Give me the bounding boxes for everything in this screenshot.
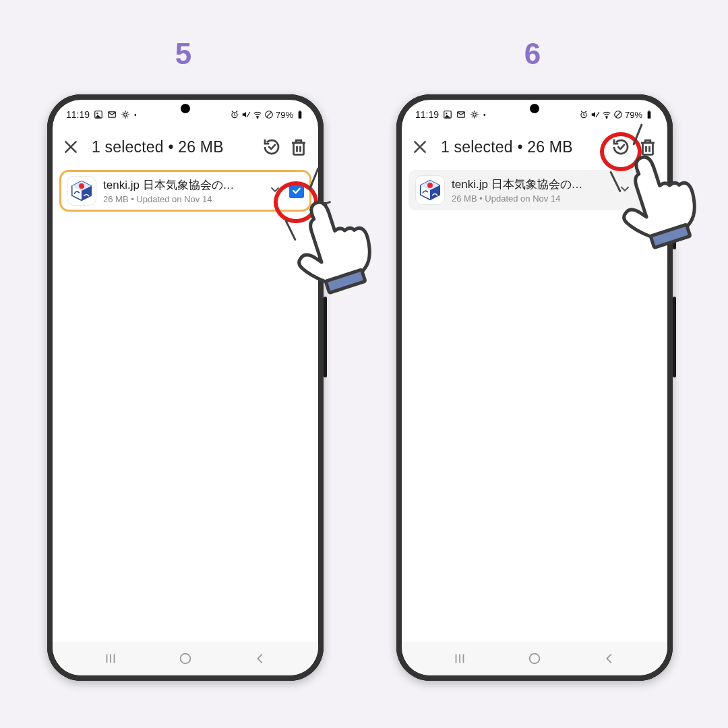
selection-title: 1 selected • 26 MB [441, 138, 573, 156]
settings-dot-icon [470, 110, 479, 119]
image-icon [94, 110, 103, 119]
battery-icon [644, 110, 654, 119]
expand-chevron-icon[interactable] [617, 181, 632, 199]
status-time: 11:19 [66, 109, 90, 120]
mute-icon [241, 110, 251, 119]
battery-text: 79% [625, 110, 642, 120]
svg-point-20 [181, 654, 191, 664]
no-sim-icon [613, 110, 623, 119]
alarm-icon [579, 110, 588, 119]
front-camera-hole [530, 104, 539, 113]
app-row[interactable]: tenki.jp 日本気象協会の… 26 MB • Updated on Nov… [59, 170, 311, 212]
svg-line-5 [247, 112, 250, 117]
home-button[interactable] [178, 651, 193, 666]
svg-rect-32 [648, 111, 650, 111]
svg-point-3 [124, 113, 127, 117]
delete-button[interactable] [638, 137, 658, 157]
svg-line-30 [615, 112, 621, 117]
recents-button[interactable] [452, 651, 467, 666]
wifi-icon [253, 110, 262, 119]
phone-screen: 11:19 • [402, 100, 667, 675]
wifi-icon [602, 110, 611, 119]
close-selection-button[interactable] [62, 138, 80, 156]
svg-rect-9 [299, 111, 302, 119]
delete-button[interactable] [289, 137, 309, 157]
selection-action-bar: 1 selected • 26 MB [53, 127, 318, 167]
system-nav-bar [53, 642, 318, 675]
app-subtitle-label: 26 MB • Updated on Nov 14 [452, 193, 611, 204]
step-number-6: 6 [519, 37, 546, 71]
svg-point-28 [606, 117, 607, 119]
update-all-button[interactable] [611, 137, 631, 157]
svg-rect-21 [326, 270, 365, 293]
svg-line-27 [596, 112, 599, 117]
app-list: tenki.jp 日本気象協会の… 26 MB • Updated on Nov… [402, 167, 667, 213]
update-all-button[interactable] [262, 137, 282, 157]
system-nav-bar [402, 642, 667, 675]
app-list: tenki.jp 日本気象協会の… 26 MB • Updated on Nov… [53, 167, 318, 214]
alarm-icon [230, 110, 239, 119]
app-subtitle-label: 26 MB • Updated on Nov 14 [103, 194, 261, 204]
svg-point-6 [257, 117, 258, 119]
battery-icon [295, 110, 305, 119]
step-number-5: 5 [170, 37, 197, 71]
battery-text: 79% [276, 110, 293, 120]
svg-point-25 [473, 113, 477, 117]
selection-title: 1 selected • 26 MB [92, 138, 224, 156]
front-camera-hole [181, 104, 190, 113]
more-dot-icon: • [483, 111, 486, 119]
status-time: 11:19 [415, 109, 439, 120]
svg-point-42 [530, 654, 540, 664]
back-button[interactable] [602, 651, 617, 666]
svg-point-23 [446, 113, 447, 114]
settings-dot-icon [121, 110, 130, 119]
svg-point-1 [96, 113, 98, 114]
app-row[interactable]: tenki.jp 日本気象協会の… 26 MB • Updated on Nov… [408, 170, 661, 210]
svg-rect-13 [294, 143, 304, 155]
phone-mock-step-6: 11:19 • [396, 94, 673, 681]
svg-point-38 [427, 183, 433, 188]
mute-icon [590, 110, 600, 119]
no-sim-icon [264, 110, 274, 119]
app-icon-tenki [67, 176, 96, 206]
phone-mock-step-5: 11:19 • [47, 94, 324, 681]
svg-point-16 [79, 183, 84, 189]
gmail-icon [107, 110, 117, 119]
app-icon-tenki [415, 175, 445, 205]
image-icon [443, 110, 452, 119]
svg-rect-31 [648, 111, 651, 119]
phone-screen: 11:19 • [53, 100, 318, 675]
app-title-label: tenki.jp 日本気象協会の… [103, 177, 261, 193]
select-app-checkbox[interactable] [639, 183, 654, 198]
back-button[interactable] [253, 651, 268, 666]
expand-chevron-icon[interactable] [268, 182, 282, 200]
gmail-icon [456, 110, 466, 119]
svg-rect-35 [643, 143, 653, 155]
home-button[interactable] [527, 651, 542, 666]
close-selection-button[interactable] [411, 138, 429, 156]
select-app-checkbox[interactable] [289, 183, 304, 198]
app-title-label: tenki.jp 日本気象協会の… [452, 177, 611, 192]
selection-action-bar: 1 selected • 26 MB [402, 127, 667, 167]
recents-button[interactable] [103, 651, 118, 666]
svg-line-8 [266, 112, 272, 117]
svg-rect-10 [299, 111, 301, 111]
more-dot-icon: • [134, 111, 137, 119]
